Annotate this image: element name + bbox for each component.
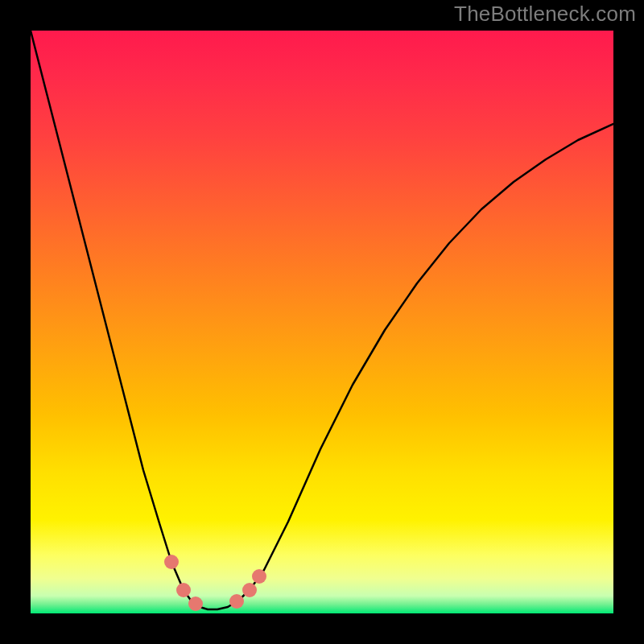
curve-marker: [229, 594, 244, 609]
chart-svg: [31, 31, 613, 613]
curve-marker: [242, 583, 257, 597]
bottleneck-curve: [31, 31, 613, 609]
curve-marker: [252, 569, 266, 584]
curve-marker: [164, 555, 179, 569]
curve-marker: [188, 597, 203, 611]
watermark-label: TheBottleneck.com: [454, 2, 636, 27]
curve-marker: [176, 583, 191, 597]
chart-frame: [31, 31, 613, 613]
